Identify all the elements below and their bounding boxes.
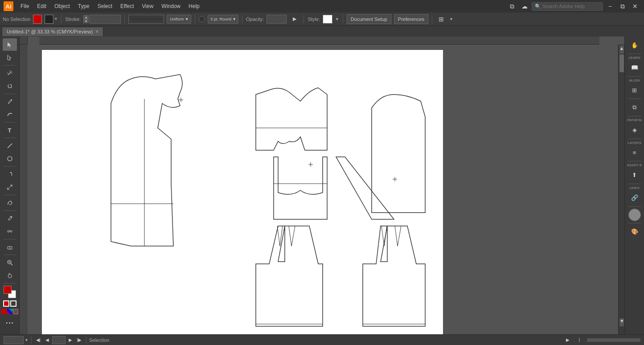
menu-type[interactable]: Type <box>74 2 93 11</box>
tab-title: Untitled-1* @ 33.33 % (CMYK/Preview) <box>7 29 93 34</box>
menu-edit[interactable]: Edit <box>33 2 50 11</box>
search-input[interactable] <box>542 4 600 9</box>
stroke-down-arrow[interactable]: ▼ <box>83 19 89 23</box>
svg-point-9 <box>8 230 9 232</box>
tool-separator-2 <box>4 94 16 94</box>
opacity-input[interactable]: 100% <box>267 15 287 24</box>
fill-indicator[interactable] <box>3 300 9 307</box>
zoom-input[interactable]: 33.33% <box>4 336 24 344</box>
shape-tool-button[interactable] <box>3 152 17 165</box>
asset-export-button[interactable]: ⬆ <box>627 168 642 182</box>
vertical-scrollbar[interactable]: ▲ ▼ <box>618 45 624 334</box>
layers-panel-button[interactable]: ≡ <box>627 146 642 159</box>
svg-line-15 <box>11 263 12 265</box>
svg-rect-18 <box>39 37 599 45</box>
eyedropper-tool-button[interactable] <box>3 212 17 225</box>
color-mode-button[interactable] <box>1 309 7 314</box>
menu-select[interactable]: Select <box>94 2 116 11</box>
color-swatches[interactable] <box>4 286 16 298</box>
stroke-swatch[interactable] <box>45 15 53 24</box>
curvature-tool-button[interactable] <box>3 108 17 121</box>
stroke-indicator[interactable] <box>10 300 16 307</box>
menu-file[interactable]: File <box>17 2 33 11</box>
prev-page-button[interactable]: ◀ <box>43 336 51 344</box>
cloud-icon[interactable]: ☁ <box>519 1 530 12</box>
none-mode-button[interactable] <box>13 309 18 314</box>
pattern-piece-1 <box>111 74 183 246</box>
stroke-up-arrow[interactable]: ▲ <box>83 15 89 19</box>
links-panel-button[interactable]: 🔗 <box>627 191 642 205</box>
line-tool-button[interactable] <box>3 140 17 152</box>
menu-effect[interactable]: Effect <box>117 2 137 11</box>
arrange-dropdown-arrow[interactable]: ▼ <box>449 17 453 21</box>
pattern-piece-2 <box>256 88 327 167</box>
pathfinder-panel-button[interactable]: ◈ <box>627 123 642 137</box>
scale-tool-button[interactable] <box>3 181 17 193</box>
zoom-tool-button[interactable] <box>3 256 17 269</box>
hand-tool-button[interactable] <box>3 269 17 282</box>
eraser-tool-button[interactable] <box>3 241 17 253</box>
page-number-input[interactable]: 1 <box>52 336 66 344</box>
menu-window[interactable]: Window <box>158 2 184 11</box>
stroke-input-group: ▲ ▼ 0.0139 in <box>83 15 121 24</box>
status-right: ▶ ⟩ <box>564 336 640 344</box>
transform-panel-button[interactable]: ⧉ <box>627 101 642 114</box>
status-sep-1 <box>31 337 32 344</box>
preferences-button[interactable]: Preferences <box>394 14 428 24</box>
pt-round-dropdown[interactable]: 5 pt. Round▼ <box>208 15 238 24</box>
zoom-dropdown-arrow[interactable]: ▼ <box>25 338 29 342</box>
menu-object[interactable]: Object <box>51 2 74 11</box>
swatches-panel-button[interactable]: 🎨 <box>627 225 642 238</box>
style-dropdown-arrow[interactable]: ▼ <box>335 17 339 21</box>
tool-separator-7 <box>4 210 16 211</box>
play-button[interactable]: ▶ <box>564 336 572 344</box>
layers-label: LAYERS <box>627 141 642 145</box>
arrange-icon[interactable]: ⊞ <box>436 14 447 25</box>
close-icon[interactable]: ✕ <box>630 1 640 12</box>
menu-view[interactable]: View <box>139 2 157 11</box>
arrange-windows-icon[interactable]: ⧉ <box>507 1 517 12</box>
document-tab[interactable]: Untitled-1* @ 33.33 % (CMYK/Preview) × <box>2 27 103 36</box>
page-navigation: ◀| ◀ 1 ▶ |▶ <box>34 336 83 344</box>
svg-point-4 <box>11 99 12 100</box>
more-tools-button[interactable]: • • • <box>3 316 17 329</box>
scroll-up-arrow[interactable]: ▲ <box>619 45 624 53</box>
panel-hand-icon[interactable]: ✋ <box>627 38 642 52</box>
blend-tool-button[interactable] <box>3 225 17 238</box>
uniform-dropdown[interactable]: Uniform▼ <box>167 15 191 24</box>
next-page-button[interactable]: ▶ <box>66 336 74 344</box>
gradient-mode-button[interactable] <box>7 309 12 314</box>
menu-help[interactable]: Help <box>185 2 203 11</box>
stroke-label: Stroke: <box>65 16 81 22</box>
magic-wand-tool-button[interactable] <box>3 67 17 79</box>
artboard[interactable] <box>42 50 443 334</box>
scroll-down-arrow[interactable]: ▼ <box>619 318 624 326</box>
last-page-button[interactable]: |▶ <box>75 336 83 344</box>
align-panel-button[interactable]: ⊞ <box>627 83 642 97</box>
shaper-tool-button[interactable] <box>3 197 17 209</box>
tab-close-button[interactable]: × <box>95 29 98 35</box>
rotate-tool-button[interactable] <box>3 168 17 181</box>
lasso-tool-button[interactable] <box>3 80 17 92</box>
mode-buttons <box>1 309 18 314</box>
type-tool-button[interactable]: T <box>3 124 17 136</box>
pen-tool-button[interactable] <box>3 95 17 108</box>
opacity-expand-icon[interactable]: ▶ <box>289 14 300 25</box>
forward-button[interactable]: ⟩ <box>575 336 583 344</box>
right-panel: ✋ LEARN 📖 ALIGN ⊞ ⧉ PATHFIN ◈ LAYERS ≡ A… <box>624 37 644 334</box>
svg-point-6 <box>8 156 12 161</box>
color-wheel-button[interactable] <box>628 209 641 221</box>
restore-icon[interactable]: ⧉ <box>617 1 628 12</box>
style-swatch[interactable] <box>323 15 332 24</box>
direct-selection-tool-button[interactable] <box>3 51 17 64</box>
svg-line-5 <box>8 144 12 148</box>
learn-panel-button[interactable]: 📖 <box>627 61 642 74</box>
fill-swatch[interactable] <box>33 15 42 24</box>
document-setup-button[interactable]: Document Setup <box>347 14 391 24</box>
stroke-value-input[interactable]: 0.0139 in <box>90 15 121 24</box>
minimize-icon[interactable]: − <box>605 1 615 12</box>
selection-tool-button[interactable] <box>3 38 17 51</box>
first-page-button[interactable]: ◀| <box>34 336 42 344</box>
svg-line-38 <box>398 226 401 246</box>
scrollbar-thumb[interactable] <box>619 54 624 72</box>
